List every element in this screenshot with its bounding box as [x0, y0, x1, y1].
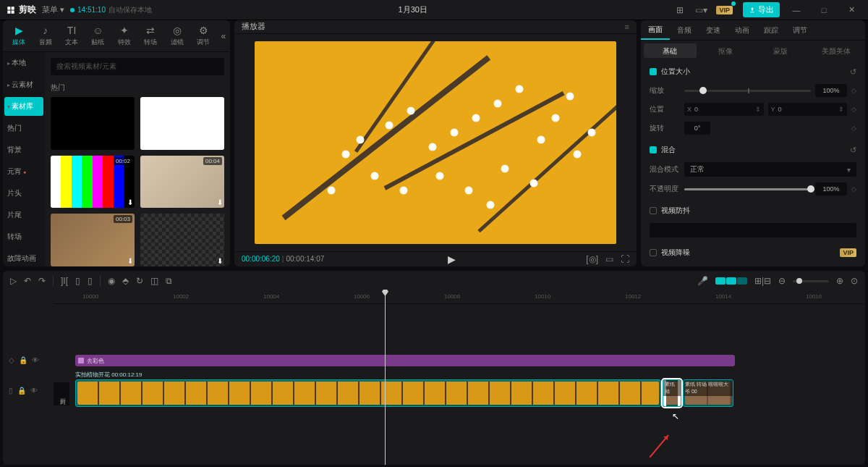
- props-tab-speed[interactable]: 变速: [699, 20, 728, 40]
- adjustment-clip[interactable]: 去彩色: [75, 355, 735, 366]
- tab-text[interactable]: TI文本: [60, 23, 83, 49]
- menu-dropdown[interactable]: 菜单 ▾: [42, 4, 64, 15]
- sidebar-item-outro[interactable]: 片尾: [3, 204, 45, 226]
- media-sidebar: ▸本地 ▸云素材 ▾素材库 热门 背景 元宵● 片头 片尾 转场 故障动画 空镜…: [3, 52, 45, 266]
- sidebar-item-cloud[interactable]: ▸云素材: [3, 74, 45, 96]
- collapse-icon[interactable]: «: [221, 31, 226, 41]
- thumb-item[interactable]: [51, 97, 135, 150]
- close-button[interactable]: ✕: [841, 5, 862, 14]
- redo-icon[interactable]: ↷: [38, 276, 46, 286]
- checkbox-stabilize[interactable]: [650, 207, 657, 214]
- filter-icon: ◎: [173, 25, 182, 36]
- sidebar-item-local[interactable]: ▸本地: [3, 52, 45, 74]
- minimize-button[interactable]: —: [786, 6, 807, 14]
- checkbox-position[interactable]: [650, 68, 657, 75]
- rotate-value[interactable]: 0°: [684, 122, 710, 135]
- undo-icon[interactable]: ↶: [24, 276, 31, 286]
- fullscreen-icon[interactable]: ⛶: [621, 254, 629, 264]
- subtab-beauty[interactable]: 美颜美体: [810, 43, 863, 58]
- sidebar-item-bg[interactable]: 背景: [3, 139, 45, 161]
- keyframe-icon[interactable]: ◇: [851, 87, 856, 94]
- tab-adjust[interactable]: ⚙调节: [192, 23, 215, 49]
- props-tab-anim[interactable]: 动画: [728, 20, 757, 40]
- thumb-item[interactable]: 00:02⬇: [51, 156, 135, 209]
- checkbox-denoise[interactable]: [650, 249, 657, 256]
- props-tab-audio[interactable]: 音频: [670, 20, 699, 40]
- mic-icon[interactable]: 🎤: [697, 276, 708, 286]
- timeline-ruler[interactable]: 10000 10002 10004 10006 10008 10010 1001…: [54, 291, 865, 304]
- stabilize-field[interactable]: [650, 223, 856, 237]
- thumb-item[interactable]: ⬇: [140, 214, 224, 266]
- scale-value[interactable]: 100%: [815, 84, 847, 97]
- preview-mode-icon[interactable]: ⊞|⊟: [754, 276, 771, 286]
- preview-menu-icon[interactable]: ≡: [625, 22, 629, 31]
- props-tab-adjust[interactable]: 调节: [786, 20, 814, 40]
- thumb-item[interactable]: [140, 97, 224, 150]
- checkbox-blend[interactable]: [650, 146, 657, 153]
- freeze-icon[interactable]: ⬘: [122, 276, 129, 286]
- cover-label[interactable]: 封面: [54, 382, 69, 405]
- snap-toggle[interactable]: [715, 277, 747, 285]
- mirror-icon[interactable]: ⧉: [166, 276, 172, 286]
- tab-sticker[interactable]: ☺贴纸: [86, 23, 109, 49]
- sidebar-item-intro[interactable]: 片头: [3, 182, 45, 204]
- pos-x-input[interactable]: X0⇕: [684, 103, 764, 116]
- sidebar-item-trans[interactable]: 转场: [3, 226, 45, 248]
- sidebar-item-hot[interactable]: 热门: [3, 117, 45, 139]
- reset-icon[interactable]: ↺: [850, 67, 856, 77]
- subtab-basic[interactable]: 基础: [644, 43, 697, 58]
- tab-audio[interactable]: ♪音频: [33, 23, 56, 49]
- scale-icon[interactable]: [◎]: [586, 254, 598, 264]
- zoom-fit-icon[interactable]: ⊙: [851, 276, 858, 286]
- video-clip-2-selected[interactable]: 素纸 精: [663, 379, 681, 407]
- track-controls-video[interactable]: ▯🔒👁: [9, 387, 38, 395]
- zoom-in-icon[interactable]: ⊕: [836, 276, 843, 286]
- tab-filter[interactable]: ◎滤镜: [166, 23, 189, 49]
- export-button[interactable]: 导出: [743, 2, 780, 17]
- sidebar-item-festival[interactable]: 元宵●: [3, 161, 45, 182]
- delete-right-icon[interactable]: ▯: [88, 276, 93, 286]
- reverse-icon[interactable]: ↻: [136, 276, 143, 286]
- thumb-item[interactable]: 00:03⬇: [51, 214, 135, 266]
- shortcut-icon[interactable]: ⊞: [673, 4, 686, 17]
- vip-badge[interactable]: VIP: [716, 6, 733, 14]
- tab-media[interactable]: ▶媒体: [7, 23, 30, 49]
- opacity-value[interactable]: 100%: [815, 182, 847, 195]
- subtab-cutout[interactable]: 抠像: [699, 43, 752, 58]
- playhead[interactable]: [385, 291, 386, 465]
- keyframe-icon[interactable]: ◇: [851, 106, 856, 113]
- sidebar-item-glitch[interactable]: 故障动画: [3, 248, 45, 266]
- layout-icon[interactable]: ▭▾: [692, 4, 710, 17]
- track-controls-adj[interactable]: ◇🔒👁: [9, 356, 39, 364]
- video-clip-3[interactable]: 素纸 转场 啦啦啦大爷 00: [683, 379, 733, 407]
- opacity-slider[interactable]: [684, 188, 811, 190]
- maximize-button[interactable]: □: [813, 6, 835, 14]
- sidebar-item-library[interactable]: ▾素材库: [4, 97, 43, 116]
- crop-icon[interactable]: ◫: [150, 276, 158, 286]
- subtab-mask[interactable]: 蒙版: [754, 43, 807, 58]
- video-clip-1[interactable]: [75, 379, 661, 407]
- blend-dropdown[interactable]: 正常▾: [684, 162, 856, 177]
- search-input[interactable]: 搜索视频素材/元素: [51, 58, 224, 75]
- zoom-slider[interactable]: [793, 280, 829, 282]
- scale-slider[interactable]: [684, 90, 811, 92]
- play-button[interactable]: ▶: [448, 253, 456, 265]
- tracks-area[interactable]: ◇🔒👁 ▯🔒👁 封面 去彩色 实拍植物开花 00:00:12:19 素纸 精 素…: [3, 304, 865, 465]
- record-icon[interactable]: ◉: [108, 276, 115, 286]
- split-icon[interactable]: ]I[: [61, 276, 68, 286]
- preview-viewport[interactable]: [234, 34, 637, 251]
- preview-title: 播放器: [242, 21, 625, 32]
- tab-transition[interactable]: ⇄转场: [139, 23, 162, 49]
- props-tab-track[interactable]: 跟踪: [757, 20, 786, 40]
- props-tab-video[interactable]: 画面: [641, 20, 670, 40]
- thumb-item[interactable]: 00:04⬇: [140, 156, 224, 209]
- keyframe-icon[interactable]: ◇: [851, 125, 856, 132]
- delete-left-icon[interactable]: ▯: [75, 276, 80, 286]
- tab-effects[interactable]: ✦特效: [113, 23, 136, 49]
- reset-icon[interactable]: ↺: [850, 146, 856, 155]
- pos-y-input[interactable]: Y0⇕: [768, 103, 848, 116]
- ratio-icon[interactable]: ▭: [605, 254, 613, 264]
- keyframe-icon[interactable]: ◇: [851, 185, 856, 193]
- select-icon[interactable]: ▷: [10, 276, 17, 286]
- zoom-out-icon[interactable]: ⊖: [778, 276, 786, 286]
